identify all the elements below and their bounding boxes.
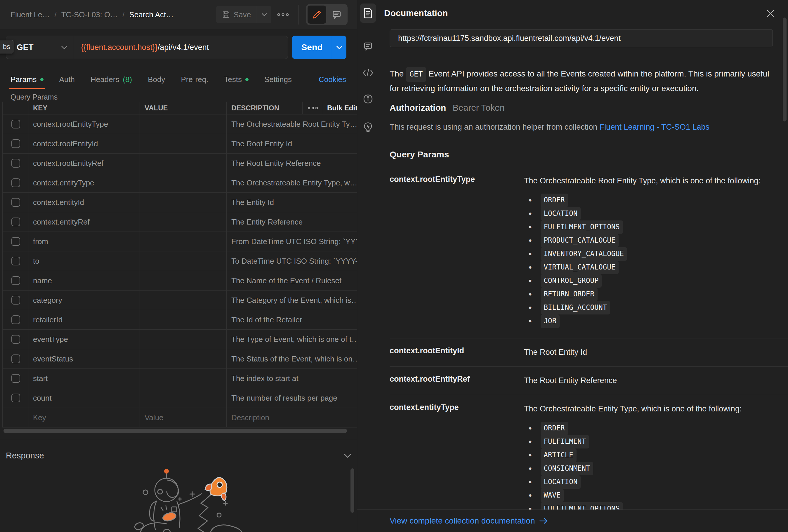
param-checkbox[interactable] — [12, 139, 20, 148]
cookies-link[interactable]: Cookies — [319, 70, 346, 90]
param-checkbox[interactable] — [12, 120, 20, 129]
param-value-cell[interactable] — [140, 388, 226, 408]
new-description-cell[interactable]: Description — [226, 408, 357, 427]
table-more-options-button[interactable] — [302, 102, 323, 114]
tab-auth[interactable]: Auth — [59, 70, 75, 90]
param-value-cell[interactable] — [140, 115, 226, 134]
param-checkbox[interactable] — [12, 276, 20, 285]
param-description-cell[interactable]: The Root Entity Id — [226, 134, 357, 153]
doc-param-description-text: The Root Entity Id — [524, 346, 788, 358]
param-checkbox[interactable] — [12, 315, 20, 324]
param-key-cell[interactable]: context.rootEntityRef — [29, 154, 140, 173]
param-checkbox[interactable] — [12, 374, 20, 383]
param-value-cell[interactable] — [140, 193, 226, 212]
param-checkbox[interactable] — [12, 296, 20, 304]
param-value-cell[interactable] — [140, 369, 226, 388]
param-key-cell[interactable]: eventType — [29, 330, 140, 349]
param-checkbox[interactable] — [12, 335, 20, 344]
info-rail-button[interactable] — [360, 91, 376, 107]
new-key-cell[interactable]: Key — [29, 408, 140, 427]
param-description-cell[interactable]: The Orchestrateable Root Entity Ty… — [226, 115, 357, 134]
param-checkbox[interactable] — [12, 198, 20, 207]
param-key-cell[interactable]: context.rootEntityType — [29, 115, 140, 134]
param-checkbox[interactable] — [12, 257, 20, 265]
tab-prereq[interactable]: Pre-req. — [181, 70, 208, 90]
send-options-button[interactable] — [332, 36, 347, 59]
url-input[interactable]: {{fluent.account.host}}/api/v4.1/event — [73, 36, 288, 59]
param-value-cell[interactable] — [140, 330, 226, 349]
param-checkbox[interactable] — [12, 159, 20, 168]
bulk-edit-button[interactable]: Bulk Edit — [323, 102, 357, 114]
documentation-rail-button[interactable] — [360, 3, 376, 23]
tab-tests[interactable]: Tests — [224, 70, 249, 90]
param-description-cell[interactable]: The Orchestrateable Entity Type, w… — [226, 173, 357, 192]
param-description-cell[interactable]: The Entity Id — [226, 193, 357, 212]
param-checkbox[interactable] — [12, 394, 20, 402]
breadcrumb-item[interactable]: TC-SO-L03: O… — [61, 10, 118, 19]
param-value-cell[interactable] — [140, 154, 226, 173]
param-checkbox[interactable] — [12, 218, 20, 226]
breadcrumb-item[interactable]: Search Act… — [129, 10, 174, 19]
save-button[interactable]: Save — [216, 6, 257, 23]
new-value-cell[interactable]: Value — [140, 408, 226, 427]
param-description-cell[interactable]: From DateTime UTC ISO String: `YYY — [226, 232, 357, 251]
param-value-cell[interactable] — [140, 212, 226, 232]
param-key-cell[interactable]: eventStatus — [29, 349, 140, 369]
param-description-cell[interactable]: The Name of the Event / Ruleset — [226, 271, 357, 290]
param-key-cell[interactable]: to — [29, 251, 140, 271]
hint-rail-button[interactable] — [360, 119, 376, 135]
param-value-cell[interactable] — [140, 310, 226, 329]
vertical-scrollbar-left[interactable] — [351, 468, 354, 513]
param-value-cell[interactable] — [140, 173, 226, 192]
collection-link[interactable]: Fluent Learning - TC-SO1 Labs — [599, 123, 709, 132]
param-checkbox[interactable] — [12, 354, 20, 363]
param-description-cell[interactable]: The Id of the Retailer — [226, 310, 357, 329]
param-value-cell[interactable] — [140, 291, 226, 310]
param-key-cell[interactable]: count — [29, 388, 140, 408]
horizontal-scrollbar[interactable] — [3, 429, 347, 433]
more-options-button[interactable] — [274, 7, 292, 22]
param-description-cell[interactable]: The Root Entity Reference — [226, 154, 357, 173]
comment-mode-button[interactable] — [328, 5, 346, 24]
param-value-cell[interactable] — [140, 134, 226, 153]
edit-mode-button[interactable] — [308, 5, 326, 24]
param-description-cell[interactable]: The number of results per page — [226, 388, 357, 408]
param-key-cell[interactable]: category — [29, 291, 140, 310]
param-checkbox[interactable] — [12, 178, 20, 187]
param-key-cell[interactable]: context.entityRef — [29, 212, 140, 232]
param-value-cell[interactable] — [140, 232, 226, 251]
view-full-docs-link[interactable]: View complete collection documentation — [390, 516, 548, 526]
param-description-cell[interactable]: The Category of the Event, which is… — [226, 291, 357, 310]
param-key-cell[interactable]: context.entityId — [29, 193, 140, 212]
param-key-cell[interactable]: context.rootEntityId — [29, 134, 140, 153]
close-panel-button[interactable] — [765, 7, 776, 19]
param-value-cell[interactable] — [140, 349, 226, 369]
vertical-scrollbar-right[interactable] — [783, 18, 787, 121]
param-key-cell[interactable]: from — [29, 232, 140, 251]
param-description-cell[interactable]: The Status of the Event, which is on… — [226, 349, 357, 369]
send-button[interactable]: Send — [292, 36, 332, 59]
param-key-cell[interactable]: context.entityType — [29, 173, 140, 192]
response-collapse-button[interactable] — [343, 453, 352, 458]
param-description-cell[interactable]: The Entity Reference — [226, 212, 357, 232]
param-key-cell[interactable]: name — [29, 271, 140, 290]
param-value-cell[interactable] — [140, 271, 226, 290]
param-key-cell[interactable]: retailerId — [29, 310, 140, 329]
param-checkbox[interactable] — [12, 237, 20, 246]
tab-headers[interactable]: Headers(8) — [91, 70, 132, 90]
tab-params[interactable]: Params — [11, 70, 43, 90]
method-select[interactable]: GET — [6, 36, 73, 59]
breadcrumb-item[interactable]: Fluent Le… — [11, 10, 50, 19]
param-description-cell[interactable]: The index to start at — [226, 369, 357, 388]
tab-settings[interactable]: Settings — [264, 70, 292, 90]
param-value-cell[interactable] — [140, 251, 226, 271]
select-all-cell[interactable] — [3, 102, 29, 114]
param-description-cell[interactable]: To DateTime UTC ISO String: `YYYY-… — [226, 251, 357, 271]
param-key-cell[interactable]: start — [29, 369, 140, 388]
comments-rail-button[interactable] — [360, 39, 376, 54]
param-description-cell[interactable]: The Type of Event, which is one of t… — [226, 330, 357, 349]
documented-url[interactable]: https://fctrainau1175.sandbox.api.fluent… — [390, 29, 773, 47]
code-rail-button[interactable] — [360, 65, 376, 81]
tab-body[interactable]: Body — [148, 70, 165, 90]
save-options-button[interactable] — [257, 6, 271, 23]
